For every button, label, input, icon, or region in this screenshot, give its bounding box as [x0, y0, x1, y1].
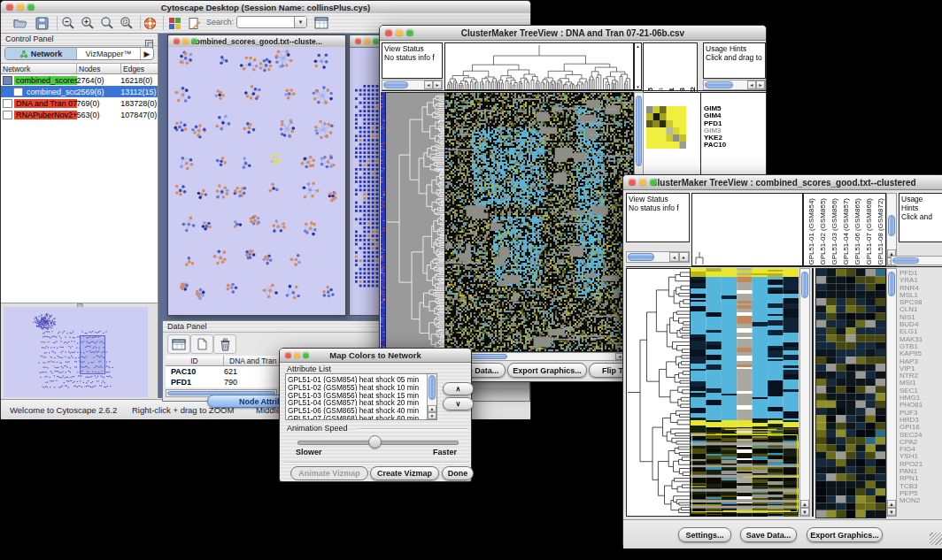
tv2-gene-label[interactable]: BUD4 — [900, 320, 942, 327]
tv1-gene-label[interactable]: PAC10 — [704, 141, 762, 148]
zoom-button[interactable] — [373, 38, 379, 44]
tv2-column-label[interactable]: GPL51-01 (GSM854) — [807, 198, 815, 265]
network-grid-canvas[interactable] — [354, 83, 380, 288]
tv2-gene-label[interactable]: SEC24 — [900, 431, 942, 438]
scrollbar-thumb[interactable] — [888, 215, 895, 236]
search-dropdown-arrow-icon[interactable]: ▼ — [294, 17, 306, 27]
move-up-button[interactable]: ∧ — [443, 382, 474, 395]
tv2-column-label[interactable]: GPL51-02 (GSM855) — [819, 198, 827, 265]
zoom-button[interactable] — [406, 29, 413, 36]
tv2-gene-label[interactable]: HRD3 — [900, 416, 942, 423]
tv2-gene-label[interactable]: SPC98 — [900, 298, 942, 305]
scroll-left-icon[interactable]: ◂ — [424, 81, 433, 89]
minimize-button[interactable] — [182, 38, 189, 44]
annotation-page-icon[interactable] — [185, 15, 203, 31]
tab-vizmapper[interactable]: VizMapper™ — [77, 48, 141, 59]
scroll-up-icon[interactable]: ▲ — [428, 405, 436, 412]
new-attribute-icon[interactable] — [190, 334, 213, 354]
tv2-gene-label[interactable]: PFD1 — [900, 269, 942, 276]
zoom-button[interactable] — [303, 352, 309, 358]
tv2-gene-label[interactable]: MSL1 — [900, 291, 942, 298]
column-header-nodes[interactable]: Nodes — [77, 64, 121, 74]
tv2-gene-label[interactable]: YRA1 — [900, 276, 942, 283]
resize-grip[interactable] — [930, 533, 942, 545]
tv1-gene-label[interactable]: PFD1 — [704, 119, 762, 127]
tv2-gene-label[interactable]: PEP5 — [900, 489, 942, 496]
move-down-button[interactable]: ∨ — [443, 397, 474, 410]
tv2-zoom-heatmap-canvas[interactable] — [815, 268, 886, 518]
birdseye-canvas[interactable] — [4, 307, 148, 397]
tv2-column-label[interactable]: GPL51-03 (GSM856) — [830, 198, 838, 265]
tv1-mini-scroll-strip[interactable]: ▴▾ — [634, 42, 642, 90]
scrollbar-thumb[interactable] — [429, 375, 436, 400]
zoom-selected-button[interactable] — [118, 15, 135, 31]
scroll-down-icon[interactable]: ▼ — [887, 508, 896, 516]
treeview2-title-bar[interactable]: ClusterMaker TreeView : combined_scores_… — [623, 175, 942, 190]
scrollbar-thumb[interactable] — [705, 81, 733, 88]
close-button[interactable] — [6, 4, 13, 11]
treeview1-title-bar[interactable]: ClusterMaker TreeView : DNA and Tran 07-… — [380, 26, 766, 41]
network-window-title-bar[interactable]: combined_scores_good.txt--cluste... — [168, 35, 345, 48]
network-list-row[interactable]: DNA and Tran 07 769(0) 183728(0) — [1, 97, 158, 109]
scrollbar-thumb[interactable] — [892, 257, 919, 264]
zoom-fit-button[interactable] — [98, 15, 116, 31]
scrollbar-thumb[interactable] — [888, 272, 895, 296]
tv2-gene-label[interactable]: YSH1 — [900, 452, 942, 459]
attribute-list-scrollbar[interactable]: ▲ ▼ — [427, 374, 436, 419]
slider-thumb[interactable] — [368, 435, 382, 449]
tv2-column-label[interactable]: GPL51-04 (GSM857) — [842, 198, 850, 265]
tv2-save-data-button[interactable]: Save Data... — [740, 527, 797, 542]
zoom-in-button[interactable] — [79, 15, 97, 31]
tv1-gene-label[interactable]: GIM3 — [704, 127, 762, 134]
zoom-button[interactable] — [27, 4, 35, 11]
tv2-gene-label[interactable]: PAN1 — [900, 467, 942, 474]
tv1-gene-label[interactable]: GIM4 — [704, 111, 762, 119]
scrollbar-thumb[interactable] — [383, 81, 408, 88]
tv2-status-scrollbar[interactable]: ◂ ▸ — [626, 251, 690, 263]
tv1-gene-label[interactable]: GIM5 — [704, 104, 762, 111]
tv2-gene-label[interactable]: VIP1 — [900, 364, 942, 372]
column-header-id[interactable]: ID — [166, 356, 224, 366]
delete-attribute-trash-icon[interactable] — [213, 334, 236, 354]
network-canvas[interactable] — [168, 47, 345, 315]
tv2-gene-label[interactable]: HAP3 — [900, 357, 942, 364]
tv2-gene-label[interactable]: MAK31 — [900, 335, 942, 342]
attribute-list-item[interactable]: GPL51-03 (GSM856) heat shock 15 min — [286, 391, 436, 399]
scrollbar-thumb[interactable] — [801, 272, 808, 298]
scroll-down-icon[interactable]: ▼ — [428, 412, 436, 419]
tv2-settings-button[interactable]: Settings... — [678, 527, 731, 542]
column-header-edges[interactable]: Edges — [121, 64, 158, 74]
minimize-button[interactable] — [639, 179, 646, 186]
birdseye-viewport-rect[interactable] — [80, 335, 105, 374]
tab-more[interactable]: ▶ — [141, 48, 153, 59]
tv2-gene-label[interactable]: NTR2 — [900, 372, 942, 379]
attribute-table-icon[interactable] — [313, 15, 330, 31]
tv1-column-dendrogram-panel[interactable] — [444, 42, 634, 90]
close-button[interactable] — [629, 179, 636, 186]
minimize-button[interactable] — [396, 29, 403, 36]
scroll-left-icon[interactable]: ◂ — [669, 252, 679, 262]
attribute-list-item[interactable]: GPL51-04 (GSM857) heat shock 20 min — [286, 398, 436, 406]
tv1-similarity-matrix-canvas[interactable] — [646, 106, 686, 149]
attribute-listbox[interactable]: GPL51-01 (GSM854) heat shock 05 minGPL51… — [285, 373, 437, 420]
tv2-gene-label[interactable]: CPA2 — [900, 438, 942, 445]
tab-network[interactable]: Network — [5, 48, 77, 59]
attribute-list-item[interactable]: GPL51-07 (GSM868) heat shock 60 min — [286, 414, 436, 420]
tv2-gene-label[interactable]: GPI16 — [900, 423, 942, 430]
scroll-right-icon[interactable]: ▸ — [433, 81, 442, 89]
help-lifesaver-icon[interactable] — [141, 15, 158, 31]
tv2-gene-label[interactable]: ELG1 — [900, 327, 942, 334]
tv2-gene-label[interactable]: FIG4 — [900, 445, 942, 452]
tv2-hints-scrollbar[interactable] — [891, 256, 942, 265]
minimize-button[interactable] — [294, 352, 300, 358]
animate-vizmap-button[interactable]: Animate Vizmap — [290, 466, 368, 480]
close-button[interactable] — [174, 38, 180, 44]
tv2-row-dendrogram-canvas[interactable] — [626, 268, 691, 517]
zoom-out-button[interactable] — [59, 15, 77, 31]
vizmapper-grid-icon[interactable] — [166, 15, 183, 31]
close-button[interactable] — [355, 38, 361, 44]
tv2-column-label[interactable]: GPL51-08 (GSM872) — [876, 198, 884, 265]
save-session-button[interactable] — [33, 15, 50, 31]
attribute-list-item[interactable]: GPL51-01 (GSM854) heat shock 05 min — [286, 375, 436, 383]
tv2-zoom-vscrollbar[interactable]: ▲ ▼ — [886, 268, 897, 517]
